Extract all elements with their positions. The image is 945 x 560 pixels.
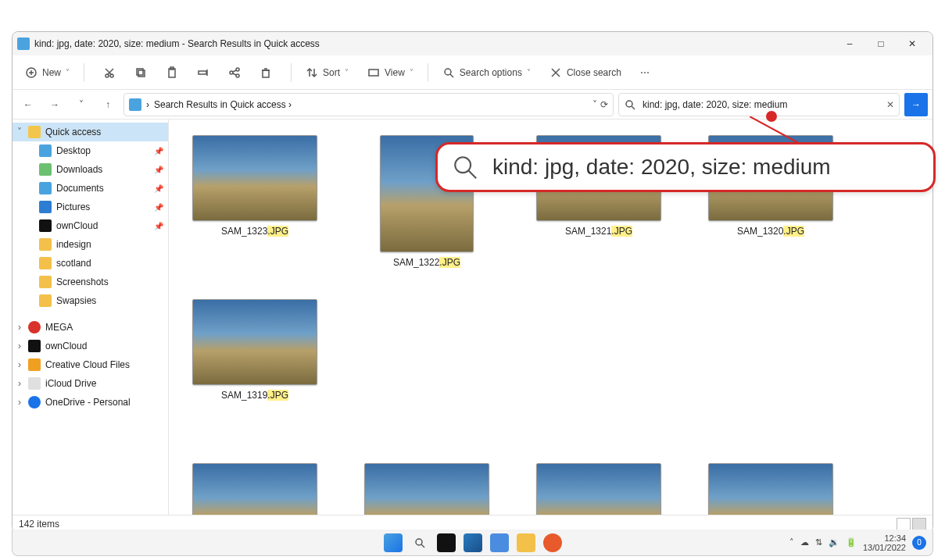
maximize-icon: □ bbox=[878, 38, 883, 49]
drive-icon bbox=[28, 340, 41, 352]
tray-chevron-icon[interactable]: ˄ bbox=[789, 537, 794, 548]
sidebar-item-label: iCloud Drive bbox=[45, 378, 96, 389]
sidebar-item-owncloud[interactable]: ›ownCloud bbox=[13, 337, 168, 355]
search-box[interactable]: ✕ bbox=[618, 93, 900, 116]
navigation-pane[interactable]: ˅ Quick access Desktop📌Downloads📌Documen… bbox=[13, 119, 169, 515]
sidebar-item-owncloud[interactable]: ownCloud📌 bbox=[13, 216, 168, 235]
widgets-button[interactable] bbox=[464, 533, 482, 552]
refresh-button[interactable]: ⟳ bbox=[600, 99, 608, 110]
svg-point-31 bbox=[455, 157, 471, 173]
taskbar-explorer-button[interactable] bbox=[517, 533, 535, 552]
result-thumbnail[interactable]: SAM_1315.JPG bbox=[708, 463, 833, 515]
search-options-label: Search options bbox=[460, 67, 522, 78]
result-thumbnail[interactable]: SAM_1323.JPG bbox=[192, 135, 317, 268]
rename-button[interactable] bbox=[189, 60, 217, 85]
task-view-button[interactable] bbox=[437, 533, 456, 552]
sort-button[interactable]: Sort ˅ bbox=[298, 60, 356, 85]
separator bbox=[291, 63, 292, 82]
sidebar-item-creative-cloud-files[interactable]: ›Creative Cloud Files bbox=[13, 355, 168, 374]
chat-button[interactable] bbox=[490, 533, 509, 552]
thumbnail-caption: SAM_1319.JPG bbox=[192, 390, 317, 401]
expand-icon[interactable]: › bbox=[16, 397, 23, 408]
paste-button[interactable] bbox=[158, 60, 186, 85]
minimize-button[interactable]: – bbox=[834, 32, 865, 55]
folder-icon bbox=[39, 182, 52, 194]
result-thumbnail[interactable]: SAM_1316.JPG bbox=[536, 463, 661, 515]
close-search-button[interactable]: Close search bbox=[542, 60, 629, 85]
sidebar-item-downloads[interactable]: Downloads📌 bbox=[13, 160, 168, 179]
forward-button[interactable]: → bbox=[44, 94, 66, 116]
close-button[interactable]: ✕ bbox=[897, 32, 928, 55]
up-button[interactable]: ↑ bbox=[97, 94, 119, 116]
expand-icon[interactable]: ˅ bbox=[16, 127, 23, 137]
search-go-button[interactable]: → bbox=[904, 93, 928, 116]
thumbnails-view-button[interactable] bbox=[912, 518, 926, 530]
sidebar-item-scotland[interactable]: scotland bbox=[13, 254, 168, 273]
svg-line-32 bbox=[468, 170, 476, 178]
file-basename: SAM_1319 bbox=[221, 390, 267, 401]
expand-icon[interactable]: › bbox=[16, 378, 23, 389]
result-thumbnail[interactable]: SAM_1319.JPG bbox=[192, 299, 317, 401]
search-options-button[interactable]: Search options ˅ bbox=[435, 60, 539, 85]
expand-icon[interactable]: › bbox=[16, 322, 23, 333]
network-tray-icon[interactable]: ⇅ bbox=[815, 537, 822, 548]
recent-locations-button[interactable]: ˅ bbox=[70, 94, 92, 116]
delete-button[interactable] bbox=[252, 60, 280, 85]
result-thumbnail[interactable]: SAM_1318.JPG bbox=[192, 463, 317, 515]
sidebar-item-label: Pictures bbox=[56, 202, 90, 212]
onedrive-tray-icon[interactable]: ☁ bbox=[800, 537, 809, 548]
battery-tray-icon[interactable]: 🔋 bbox=[846, 537, 857, 548]
svg-line-29 bbox=[632, 106, 635, 109]
svg-point-14 bbox=[236, 68, 239, 71]
search-input[interactable] bbox=[641, 98, 882, 111]
callout-text: kind: jpg, date: 2020, size: medium bbox=[492, 155, 831, 180]
start-button[interactable] bbox=[384, 533, 403, 552]
cut-icon bbox=[103, 66, 116, 79]
file-basename: SAM_1321 bbox=[565, 226, 611, 237]
taskbar-brave-button[interactable] bbox=[543, 533, 562, 552]
address-bar[interactable]: › Search Results in Quick access › ˅ ⟳ bbox=[123, 93, 614, 116]
sidebar-item-documents[interactable]: Documents📌 bbox=[13, 179, 168, 198]
view-switcher[interactable] bbox=[897, 518, 926, 530]
sidebar-item-indesign[interactable]: indesign bbox=[13, 235, 168, 254]
svg-rect-7 bbox=[137, 69, 143, 75]
svg-line-17 bbox=[233, 73, 236, 75]
more-button[interactable]: ⋯ bbox=[632, 60, 657, 85]
sidebar-item-screenshots[interactable]: Screenshots bbox=[13, 273, 168, 291]
callout-anchor-dot bbox=[766, 111, 777, 122]
system-tray[interactable]: ˄ ☁ ⇅ 🔉 🔋 12:34 13/01/2022 0 bbox=[789, 533, 926, 552]
sidebar-item-pictures[interactable]: Pictures📌 bbox=[13, 198, 168, 216]
copy-button[interactable] bbox=[127, 60, 155, 85]
taskbar-clock[interactable]: 12:34 13/01/2022 bbox=[863, 533, 906, 552]
address-dropdown[interactable]: ˅ bbox=[592, 99, 597, 110]
expand-icon[interactable]: › bbox=[16, 359, 23, 370]
copy-icon bbox=[134, 66, 147, 79]
svg-point-13 bbox=[230, 71, 233, 74]
result-thumbnail[interactable]: SAM_1317.JPG bbox=[364, 463, 489, 515]
sidebar-item-swapsies[interactable]: Swapsies bbox=[13, 291, 168, 310]
sidebar-item-onedrive---personal[interactable]: ›OneDrive - Personal bbox=[13, 393, 168, 412]
sidebar-item-label: Downloads bbox=[56, 164, 102, 175]
svg-point-24 bbox=[445, 69, 451, 75]
title-bar: kind: jpg, date: 2020, size: medium - Se… bbox=[13, 32, 932, 55]
expand-icon[interactable]: › bbox=[16, 341, 23, 351]
breadcrumb[interactable]: Search Results in Quick access › bbox=[154, 99, 588, 110]
back-button[interactable]: ← bbox=[17, 94, 39, 116]
sidebar-item-mega[interactable]: ›MEGA bbox=[13, 318, 168, 337]
maximize-button[interactable]: □ bbox=[865, 32, 897, 55]
sidebar-item-quick-access[interactable]: ˅ Quick access bbox=[13, 123, 168, 141]
view-button[interactable]: View ˅ bbox=[360, 60, 421, 85]
back-icon: ← bbox=[23, 99, 33, 110]
volume-tray-icon[interactable]: 🔉 bbox=[829, 537, 839, 548]
sidebar-item-desktop[interactable]: Desktop📌 bbox=[13, 141, 168, 160]
thumbnail-image bbox=[536, 463, 661, 515]
taskbar-search-button[interactable] bbox=[410, 533, 429, 552]
share-button[interactable] bbox=[220, 60, 249, 85]
details-view-button[interactable] bbox=[897, 518, 911, 530]
sidebar-item-icloud-drive[interactable]: ›iCloud Drive bbox=[13, 374, 168, 393]
svg-line-25 bbox=[450, 74, 453, 77]
notifications-button[interactable]: 0 bbox=[912, 536, 926, 550]
new-button[interactable]: New ˅ bbox=[17, 60, 77, 85]
cut-button[interactable] bbox=[95, 60, 123, 85]
clear-search-button[interactable]: ✕ bbox=[886, 99, 894, 110]
